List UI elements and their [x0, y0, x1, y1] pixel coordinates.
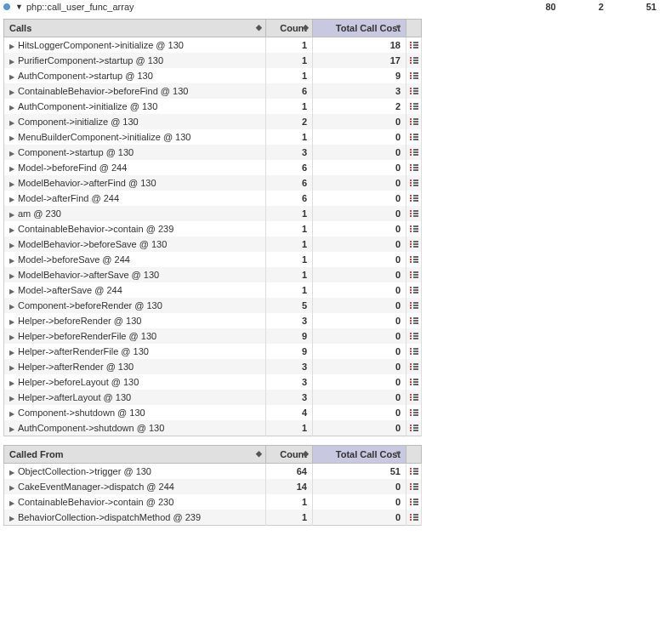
table-row[interactable]: ▶Helper->beforeLayout @ 13030 [4, 374, 422, 390]
table-row[interactable]: ▶Model->afterFind @ 24460 [4, 191, 422, 206]
source-icon-cell[interactable] [406, 191, 422, 206]
expand-icon[interactable]: ▶ [9, 211, 14, 219]
source-lines-icon[interactable] [410, 149, 418, 156]
calledfrom-header-count[interactable]: Count◆ [266, 446, 313, 464]
table-row[interactable]: ▶ModelBehavior->beforeSave @ 13010 [4, 237, 422, 252]
expand-icon[interactable]: ▶ [9, 484, 14, 492]
table-row[interactable]: ▶AuthComponent->startup @ 13019 [4, 68, 422, 83]
calledfrom-header-name[interactable]: Called From◆ [4, 446, 266, 464]
source-lines-icon[interactable] [410, 333, 418, 339]
source-icon-cell[interactable] [406, 328, 422, 344]
source-icon-cell[interactable] [406, 53, 422, 68]
source-icon-cell[interactable] [406, 344, 422, 359]
table-row[interactable]: ▶ContainableBehavior->beforeFind @ 13063 [4, 83, 422, 99]
source-lines-icon[interactable] [410, 468, 418, 475]
sort-icon[interactable]: ◆ [256, 23, 262, 31]
call-name[interactable]: ▶Model->afterSave @ 244 [4, 282, 266, 298]
expand-icon[interactable]: ▶ [9, 288, 14, 295]
source-lines-icon[interactable] [410, 317, 418, 324]
source-icon-cell[interactable] [406, 252, 422, 267]
expand-icon[interactable]: ▶ [9, 395, 14, 402]
call-name[interactable]: ▶ObjectCollection->trigger @ 130 [4, 464, 266, 480]
expand-icon[interactable]: ▶ [9, 104, 14, 111]
table-row[interactable]: ▶AuthComponent->shutdown @ 13010 [4, 420, 422, 436]
table-row[interactable]: ▶Model->beforeFind @ 24460 [4, 160, 422, 175]
table-row[interactable]: ▶ContainableBehavior->contain @ 23010 [4, 494, 422, 510]
calls-header-count[interactable]: Count◆ [266, 20, 313, 37]
source-icon-cell[interactable] [406, 267, 422, 282]
source-lines-icon[interactable] [410, 271, 418, 278]
source-icon-cell[interactable] [406, 359, 422, 374]
source-lines-icon[interactable] [410, 302, 418, 309]
expand-icon[interactable]: ▶ [9, 425, 14, 433]
call-name[interactable]: ▶HitsLoggerComponent->initialize @ 130 [4, 37, 266, 54]
table-row[interactable]: ▶AuthComponent->initialize @ 13012 [4, 99, 422, 114]
source-lines-icon[interactable] [410, 483, 418, 490]
expand-icon[interactable]: ▶ [9, 469, 14, 476]
call-name[interactable]: ▶am @ 230 [4, 206, 266, 221]
source-lines-icon[interactable] [410, 425, 418, 431]
call-name[interactable]: ▶Helper->afterRenderFile @ 130 [4, 344, 266, 359]
sort-icon[interactable]: ◆ [256, 449, 262, 458]
expand-icon[interactable]: ▶ [9, 88, 14, 96]
table-row[interactable]: ▶Helper->beforeRender @ 13030 [4, 313, 422, 328]
sort-desc-icon[interactable]: ▼ [395, 23, 402, 31]
expand-icon[interactable]: ▶ [9, 379, 14, 387]
source-lines-icon[interactable] [410, 134, 418, 140]
source-lines-icon[interactable] [410, 256, 418, 263]
table-row[interactable]: ▶CakeEventManager->dispatch @ 244140 [4, 479, 422, 494]
source-lines-icon[interactable] [410, 287, 418, 294]
source-icon-cell[interactable] [406, 390, 422, 405]
call-name[interactable]: ▶Model->beforeFind @ 244 [4, 160, 266, 175]
call-name[interactable]: ▶Helper->afterRender @ 130 [4, 359, 266, 374]
call-name[interactable]: ▶ContainableBehavior->contain @ 239 [4, 221, 266, 237]
source-lines-icon[interactable] [410, 394, 418, 401]
expand-icon[interactable]: ▶ [9, 134, 14, 142]
source-icon-cell[interactable] [406, 494, 422, 510]
call-name[interactable]: ▶Helper->beforeLayout @ 130 [4, 374, 266, 390]
call-name[interactable]: ▶CakeEventManager->dispatch @ 244 [4, 479, 266, 494]
source-lines-icon[interactable] [410, 180, 418, 186]
expand-icon[interactable]: ▶ [9, 58, 14, 66]
call-name[interactable]: ▶ContainableBehavior->contain @ 230 [4, 494, 266, 510]
source-lines-icon[interactable] [410, 363, 418, 370]
table-row[interactable]: ▶PurifierComponent->startup @ 130117 [4, 53, 422, 68]
source-lines-icon[interactable] [410, 241, 418, 248]
source-icon-cell[interactable] [406, 83, 422, 99]
table-row[interactable]: ▶Component->initialize @ 13020 [4, 114, 422, 129]
call-name[interactable]: ▶AuthComponent->initialize @ 130 [4, 99, 266, 114]
source-icon-cell[interactable] [406, 282, 422, 298]
call-name[interactable]: ▶AuthComponent->startup @ 130 [4, 68, 266, 83]
expand-icon[interactable]: ▶ [9, 272, 14, 280]
expand-icon[interactable]: ▶ [9, 43, 14, 50]
call-name[interactable]: ▶Component->initialize @ 130 [4, 114, 266, 129]
source-lines-icon[interactable] [410, 499, 418, 505]
expand-icon[interactable]: ▶ [9, 180, 14, 188]
source-lines-icon[interactable] [410, 409, 418, 416]
source-lines-icon[interactable] [410, 42, 418, 48]
source-lines-icon[interactable] [410, 88, 418, 94]
call-name[interactable]: ▶Component->shutdown @ 130 [4, 405, 266, 420]
table-row[interactable]: ▶Model->beforeSave @ 24410 [4, 252, 422, 267]
source-lines-icon[interactable] [410, 210, 418, 217]
source-icon-cell[interactable] [406, 479, 422, 494]
source-icon-cell[interactable] [406, 145, 422, 160]
table-row[interactable]: ▶MenuBuilderComponent->initialize @ 1301… [4, 129, 422, 145]
expand-icon[interactable]: ▶ [9, 349, 14, 356]
call-name[interactable]: ▶Helper->afterLayout @ 130 [4, 390, 266, 405]
source-icon-cell[interactable] [406, 464, 422, 480]
source-lines-icon[interactable] [410, 118, 418, 125]
source-icon-cell[interactable] [406, 160, 422, 175]
expand-icon[interactable]: ▶ [9, 303, 14, 311]
expand-icon[interactable]: ▶ [9, 257, 14, 265]
expand-icon[interactable]: ▶ [9, 318, 14, 326]
source-icon-cell[interactable] [406, 68, 422, 83]
source-icon-cell[interactable] [406, 37, 422, 54]
source-lines-icon[interactable] [410, 514, 418, 521]
table-row[interactable]: ▶BehaviorCollection->dispatchMethod @ 23… [4, 510, 422, 526]
call-name[interactable]: ▶PurifierComponent->startup @ 130 [4, 53, 266, 68]
table-row[interactable]: ▶ModelBehavior->afterSave @ 13010 [4, 267, 422, 282]
call-name[interactable]: ▶ModelBehavior->afterSave @ 130 [4, 267, 266, 282]
source-lines-icon[interactable] [410, 348, 418, 355]
table-row[interactable]: ▶ObjectCollection->trigger @ 1306451 [4, 464, 422, 480]
